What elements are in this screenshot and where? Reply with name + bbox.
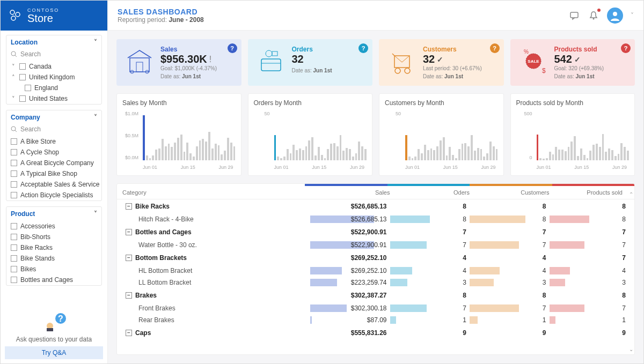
filter-item[interactable]: Bike Stands — [6, 253, 101, 264]
checkbox[interactable] — [11, 192, 17, 198]
filter-item[interactable]: ˅Canada — [6, 61, 101, 72]
table-row[interactable]: Water Bottle - 30 oz.$522,900.91777 — [122, 239, 629, 251]
bell-icon[interactable] — [588, 10, 599, 21]
chart-bar — [165, 146, 167, 160]
chart-bar — [458, 149, 460, 160]
checkbox[interactable] — [11, 138, 17, 145]
table-row[interactable]: −Bottles and Cages$522,900.91777 — [122, 225, 629, 239]
table-row[interactable]: HL Bottom Bracket$269,252.10444 — [122, 265, 629, 277]
checkbox[interactable] — [11, 277, 17, 283]
chart-bar — [299, 148, 301, 160]
filter-item[interactable]: Bike Racks — [6, 242, 101, 253]
checkbox[interactable] — [19, 63, 26, 70]
checkbox[interactable] — [11, 244, 17, 251]
kpi-orders[interactable]: ? Orders 32 Date as: Jun 1st — [248, 39, 373, 86]
search-company[interactable]: Search — [6, 124, 101, 136]
table-row[interactable]: −Caps$555,831.26999 — [122, 326, 629, 340]
qa-text: Ask questions to your data — [5, 336, 103, 343]
qa-button[interactable]: Try Q&A — [5, 346, 103, 359]
table-row[interactable]: −Bike Racks$526,685.13888 — [122, 199, 629, 213]
filter-item[interactable]: Action Bicycle Specialists — [6, 190, 101, 200]
chart-card[interactable]: Products sold by Month 5000 Jun 01Jun 15… — [510, 93, 635, 176]
info-icon[interactable]: ? — [490, 43, 500, 53]
checkbox[interactable] — [11, 170, 17, 177]
chart-card[interactable]: Sales by Month $1.0M$0.5M$0.0M Jun 01Jun… — [116, 93, 241, 176]
info-icon[interactable]: ? — [621, 43, 631, 53]
chart-card[interactable]: Orders by Month 50 Jun 01Jun 15Jun 29 — [248, 93, 373, 176]
chart-bar — [277, 157, 279, 160]
filter-item[interactable]: ˅United States — [6, 93, 101, 104]
filter-item[interactable]: A Bike Store — [6, 136, 101, 147]
th-sales[interactable]: Sales — [310, 189, 390, 196]
user-avatar[interactable] — [607, 8, 623, 24]
collapse-icon[interactable]: − — [126, 330, 132, 336]
checkbox[interactable] — [11, 181, 17, 188]
kpi-products[interactable]: ? SALE%$ Products sold 542✓ Goal: 320 (+… — [510, 39, 635, 86]
filter-item[interactable]: Bottles and Cages — [6, 274, 101, 285]
th-category[interactable]: Category — [122, 189, 310, 196]
filter-item[interactable]: A Great Bicycle Company — [6, 158, 101, 168]
chart-bar — [592, 145, 595, 160]
table-row[interactable]: Hitch Rack - 4-Bike$526,685.13888 — [122, 213, 629, 225]
chevron-down-icon[interactable]: ˅ — [631, 12, 634, 19]
checkbox[interactable] — [25, 85, 31, 91]
chart-bar — [305, 146, 308, 160]
filter-item[interactable]: A Cycle Shop — [6, 147, 101, 158]
filter-item[interactable]: Acceptable Sales & Service — [6, 179, 101, 190]
filter-item[interactable]: England — [6, 83, 101, 93]
search-location[interactable]: Search — [6, 49, 101, 61]
svg-point-12 — [593, 18, 595, 19]
table-row[interactable]: LL Bottom Bracket$223,259.74333 — [122, 277, 629, 288]
filter-header-location[interactable]: Location ˅ — [6, 35, 101, 49]
collapse-icon[interactable]: − — [126, 229, 132, 235]
chart-bar — [599, 147, 601, 160]
svg-point-0 — [10, 10, 14, 14]
chart-bar — [221, 154, 223, 160]
chart-bar — [364, 149, 367, 160]
chart-bar — [462, 144, 464, 160]
svg-point-26 — [405, 68, 410, 73]
checkbox[interactable] — [19, 74, 26, 80]
kpi-sales[interactable]: ? Sales $956.30K! Goal: $1,000K (-4.37%)… — [116, 39, 241, 86]
scroll-down-icon[interactable]: ⌄ — [629, 346, 633, 352]
scroll-up-icon[interactable]: ⌃ — [629, 191, 633, 197]
chart-bar — [577, 156, 579, 160]
filter-item[interactable]: Accessories — [6, 221, 101, 232]
filter-item[interactable]: Bikes — [6, 264, 101, 274]
filter-header-company[interactable]: Company ˅ — [6, 110, 101, 124]
chart-bar — [162, 139, 164, 160]
th-customers[interactable]: Customers — [470, 189, 550, 196]
collapse-icon[interactable]: − — [126, 255, 132, 261]
kpi-customers[interactable]: ? Customers 32✓ Last period: 30 (+6.67%)… — [379, 39, 504, 86]
cell-value: 4 — [463, 254, 466, 262]
cell-value: 4 — [543, 267, 546, 274]
cell-value: 8 — [463, 216, 466, 223]
comment-icon[interactable] — [568, 10, 580, 21]
checkbox[interactable] — [11, 266, 17, 272]
table-row[interactable]: −Brakes$302,387.27888 — [122, 288, 629, 302]
collapse-icon[interactable]: − — [126, 292, 132, 299]
info-icon[interactable]: ? — [228, 43, 237, 53]
filter-label: United States — [29, 95, 68, 102]
checkbox[interactable] — [11, 255, 17, 262]
info-icon[interactable]: ? — [358, 43, 368, 53]
checkbox[interactable] — [11, 234, 17, 240]
svg-line-23 — [394, 56, 402, 62]
collapse-icon[interactable]: − — [126, 203, 132, 210]
filter-item[interactable]: A Typical Bike Shop — [6, 168, 101, 179]
th-orders[interactable]: Oders — [390, 189, 470, 196]
table-row[interactable]: −Bottom Brackets$269,252.10447 — [122, 251, 629, 265]
th-products[interactable]: Products sold — [550, 189, 630, 196]
chart-card[interactable]: Customers by Month 50 Jun 01Jun 15Jun 29 — [379, 93, 504, 176]
filter-header-product[interactable]: Product ˅ — [6, 207, 101, 221]
checkbox[interactable] — [11, 223, 17, 229]
table-row[interactable]: Rear Brakes$87.09111 — [122, 314, 629, 326]
checkbox[interactable] — [11, 149, 17, 155]
y-axis: 50 — [385, 111, 403, 170]
filter-item[interactable]: ˄United Kingdom — [6, 72, 101, 83]
filter-item[interactable]: Bib-Shorts — [6, 232, 101, 242]
filter-label: A Great Bicycle Company — [20, 159, 94, 167]
checkbox[interactable] — [11, 160, 17, 166]
checkbox[interactable] — [19, 95, 26, 102]
table-row[interactable]: Front Brakes$302,300.18777 — [122, 302, 629, 314]
